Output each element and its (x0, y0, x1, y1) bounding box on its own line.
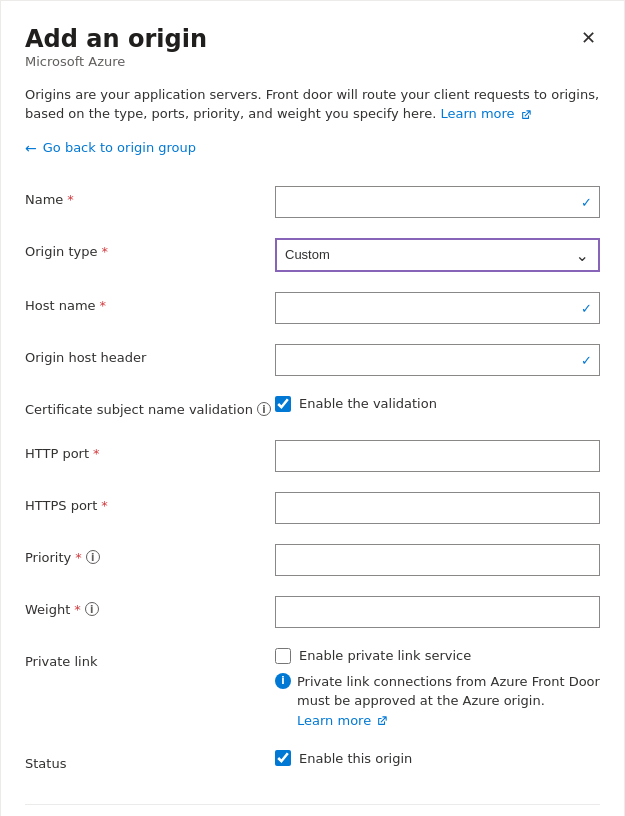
cert-validation-label: Certificate subject name validation i (25, 396, 275, 417)
status-checkbox-label: Enable this origin (299, 751, 412, 766)
origin-type-label: Origin type * (25, 238, 275, 259)
panel-header: Add an origin Microsoft Azure ✕ (25, 25, 600, 83)
description-text: Origins are your application servers. Fr… (25, 85, 600, 124)
weight-row: Weight * i 1000 (25, 586, 600, 638)
https-port-control: 443 (275, 492, 600, 524)
priority-input[interactable]: 1 (275, 544, 600, 576)
origin-host-header-control: contoso.com (275, 344, 600, 376)
back-to-origin-group-link[interactable]: ← Go back to origin group (25, 140, 196, 156)
footer: Add Cancel (25, 804, 600, 816)
priority-required-star: * (75, 550, 82, 565)
cert-validation-checkbox-label: Enable the validation (299, 396, 437, 411)
weight-label: Weight * i (25, 596, 275, 617)
close-button[interactable]: ✕ (577, 25, 600, 51)
origin-type-control: Custom (275, 238, 600, 272)
http-port-row: HTTP port * 80 (25, 430, 600, 482)
name-label: Name * (25, 186, 275, 207)
http-port-label: HTTP port * (25, 440, 275, 461)
weight-control: 1000 (275, 596, 600, 628)
priority-row: Priority * i 1 (25, 534, 600, 586)
cert-validation-checkbox[interactable] (275, 396, 291, 412)
status-control: Enable this origin (275, 750, 600, 766)
private-link-control: Enable private link service i Private li… (275, 648, 600, 731)
add-origin-panel: Add an origin Microsoft Azure ✕ Origins … (0, 0, 625, 816)
private-link-label: Private link (25, 648, 275, 669)
weight-info-icon[interactable]: i (85, 602, 99, 616)
origin-type-select-wrapper: Custom (275, 238, 600, 272)
host-name-control: contoso.com (275, 292, 600, 324)
origin-host-header-select-wrapper: contoso.com (275, 344, 600, 376)
origin-type-select[interactable]: Custom (276, 239, 599, 271)
origin-type-required-star: * (101, 244, 108, 259)
priority-info-icon[interactable]: i (86, 550, 100, 564)
https-port-required-star: * (101, 498, 108, 513)
private-link-checkbox-row: Enable private link service (275, 648, 600, 664)
host-name-input[interactable]: contoso.com (275, 292, 600, 324)
private-link-checkbox-label: Enable private link service (299, 648, 471, 663)
private-link-info-icon: i (275, 673, 291, 689)
name-required-star: * (67, 192, 74, 207)
host-name-required-star: * (100, 298, 107, 313)
cert-validation-control: Enable the validation (275, 396, 600, 412)
origin-host-header-label: Origin host header (25, 344, 275, 365)
panel-subtitle: Microsoft Azure (25, 54, 207, 69)
host-name-select-wrapper: contoso.com (275, 292, 600, 324)
cert-validation-row: Certificate subject name validation i En… (25, 386, 600, 430)
origin-host-header-row: Origin host header contoso.com (25, 334, 600, 386)
cert-validation-info-icon[interactable]: i (257, 402, 271, 416)
name-select-wrapper: myOrigin (275, 186, 600, 218)
https-port-input[interactable]: 443 (275, 492, 600, 524)
origin-host-header-input[interactable]: contoso.com (275, 344, 600, 376)
host-name-label: Host name * (25, 292, 275, 313)
learn-more-link-private-link[interactable]: Learn more (297, 713, 387, 728)
status-label: Status (25, 750, 275, 771)
host-name-row: Host name * contoso.com (25, 282, 600, 334)
weight-input[interactable]: 1000 (275, 596, 600, 628)
priority-label: Priority * i (25, 544, 275, 565)
https-port-label: HTTPS port * (25, 492, 275, 513)
priority-control: 1 (275, 544, 600, 576)
panel-title: Add an origin (25, 25, 207, 54)
status-checkbox-row: Enable this origin (275, 750, 600, 766)
https-port-row: HTTPS port * 443 (25, 482, 600, 534)
name-control: myOrigin (275, 186, 600, 218)
cert-validation-checkbox-row: Enable the validation (275, 396, 600, 412)
http-port-required-star: * (93, 446, 100, 461)
status-row: Status Enable this origin (25, 740, 600, 784)
panel-title-group: Add an origin Microsoft Azure (25, 25, 207, 83)
form-section: Name * myOrigin Origin type * Custom (25, 176, 600, 785)
back-arrow-icon: ← (25, 140, 37, 156)
origin-type-row: Origin type * Custom (25, 228, 600, 282)
private-link-info-text: Private link connections from Azure Fron… (297, 672, 600, 731)
http-port-control: 80 (275, 440, 600, 472)
http-port-input[interactable]: 80 (275, 440, 600, 472)
learn-more-link-top[interactable]: Learn more (440, 106, 530, 121)
weight-required-star: * (74, 602, 81, 617)
private-link-info-block: i Private link connections from Azure Fr… (275, 672, 600, 731)
name-row: Name * myOrigin (25, 176, 600, 228)
private-link-checkbox[interactable] (275, 648, 291, 664)
name-input[interactable]: myOrigin (275, 186, 600, 218)
private-link-row: Private link Enable private link service… (25, 638, 600, 741)
status-checkbox[interactable] (275, 750, 291, 766)
